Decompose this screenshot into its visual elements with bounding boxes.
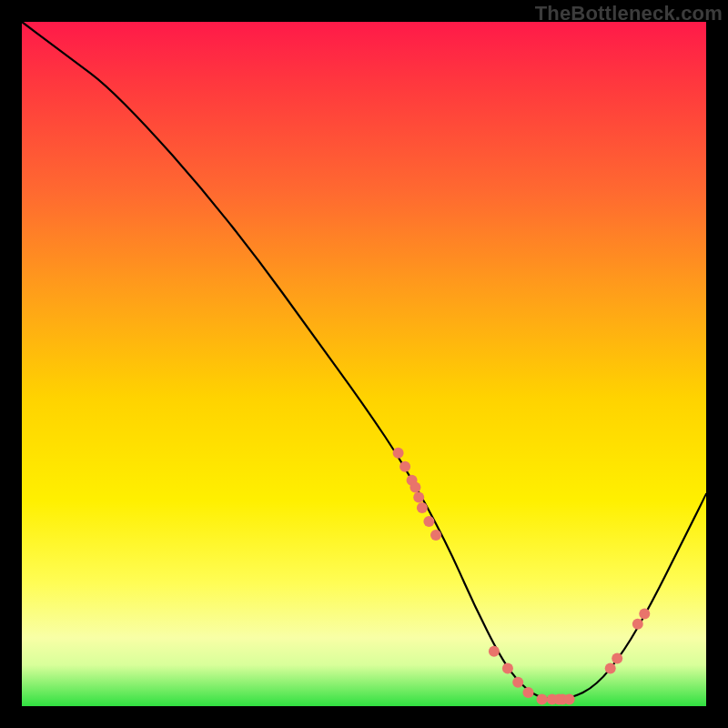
bottleneck-curve	[22, 22, 706, 700]
marker-dot	[413, 492, 424, 503]
marker-dot	[423, 516, 434, 527]
chart-area	[22, 22, 706, 706]
marker-dot	[612, 652, 622, 663]
watermark-text: TheBottleneck.com	[535, 2, 723, 25]
marker-dot	[417, 502, 428, 513]
marker-dot	[639, 609, 650, 620]
marker-dot	[605, 663, 616, 674]
marker-dot	[410, 481, 420, 492]
marker-dot	[632, 619, 643, 630]
marker-dot	[430, 530, 441, 541]
marker-group	[393, 448, 651, 705]
marker-dot	[537, 694, 548, 705]
marker-dot	[564, 694, 575, 705]
marker-dot	[399, 461, 410, 472]
marker-dot	[523, 687, 534, 698]
curve-plot	[22, 22, 706, 706]
marker-dot	[489, 646, 500, 657]
marker-dot	[512, 677, 523, 688]
marker-dot	[502, 663, 513, 674]
marker-dot	[393, 448, 404, 459]
